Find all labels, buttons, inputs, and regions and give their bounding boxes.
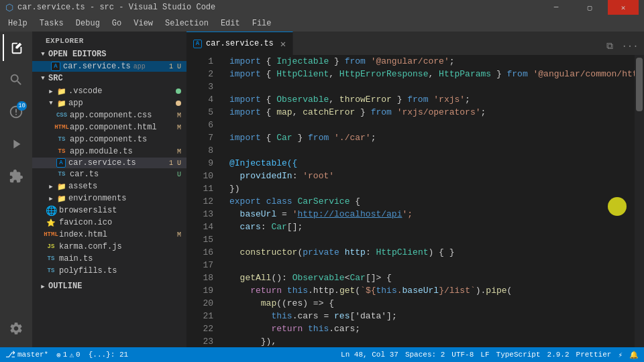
- module-badge: M: [177, 148, 181, 156]
- status-bar: ⎇ master* ⊗ 1 ⚠ 0 {...}: 21 Ln 48, Col 3…: [0, 347, 644, 362]
- line-num-19: 19: [186, 284, 213, 297]
- car-ts[interactable]: TS car.ts U: [32, 168, 186, 180]
- tab-bar: A car.service.ts ✕ ⧉ ···: [186, 32, 644, 55]
- line-num-8: 8: [186, 144, 213, 157]
- line-num-3: 3: [186, 80, 213, 93]
- activity-explorer[interactable]: [3, 34, 30, 61]
- activity-extensions[interactable]: [3, 163, 30, 190]
- language-status[interactable]: TypeScript: [496, 351, 541, 359]
- assets-icon: 📁: [56, 181, 67, 192]
- menu-debug[interactable]: Debug: [70, 17, 105, 29]
- vertical-scrollbar[interactable]: [635, 55, 644, 347]
- line-num-9: 9: [186, 157, 213, 170]
- menu-view[interactable]: View: [128, 17, 158, 29]
- car-ts-badge: U: [177, 171, 181, 178]
- code-line-2: import { HttpClient, HttpErrorResponse, …: [229, 68, 644, 80]
- open-editor-filename: car.service.ts: [63, 62, 131, 71]
- encoding-status[interactable]: UTF-8: [451, 351, 474, 359]
- git-branch-status[interactable]: ⎇ master*: [5, 349, 48, 360]
- ts-version-status[interactable]: 2.9.2: [547, 351, 570, 359]
- error-count: 1: [63, 351, 68, 359]
- code-line-6: [229, 119, 644, 131]
- css-badge: M: [177, 112, 181, 119]
- outline-label: OUTLINE: [48, 282, 82, 291]
- app-component-ts[interactable]: TS app.component.ts: [32, 133, 186, 145]
- activity-search[interactable]: [3, 66, 30, 93]
- karma-file[interactable]: JS karma.conf.js: [32, 241, 186, 253]
- vscode-dot: [176, 88, 181, 94]
- open-editor-car-service[interactable]: A car.service.ts app 1 U: [32, 61, 186, 72]
- favicon-file[interactable]: ⭐ favicon.ico: [32, 217, 186, 229]
- menu-help[interactable]: Help: [3, 17, 33, 29]
- app-label: app: [68, 99, 83, 108]
- car-service-file[interactable]: A car.service.ts 1 U: [32, 158, 186, 168]
- sidebar: EXPLORER ▼ OPEN EDITORS A car.service.ts…: [32, 32, 186, 347]
- css-icon: CSS: [56, 110, 67, 121]
- formatter-status[interactable]: Prettier: [576, 351, 612, 359]
- index-html[interactable]: HTML index.html M: [32, 229, 186, 241]
- open-editors-section[interactable]: ▼ OPEN EDITORS: [32, 48, 186, 61]
- main-layout: 10 EXPLORER ▼ OPEN EDITORS A car.service…: [0, 32, 644, 347]
- index-icon: HTML: [46, 229, 56, 240]
- assets-chevron: ▶: [46, 181, 56, 192]
- vscode-chevron: ▶: [46, 86, 56, 97]
- line-num-16: 16: [186, 246, 213, 259]
- errors-status[interactable]: ⊗ 1 ⚠ 0: [56, 351, 80, 359]
- polyfills-ts[interactable]: TS polyfills.ts: [32, 265, 186, 277]
- code-line-16: constructor(private http: HttpClient) { …: [229, 246, 644, 259]
- status-right: Ln 48, Col 37 Spaces: 2 UTF-8 LF TypeScr…: [341, 351, 639, 359]
- split-editor-button[interactable]: ⧉: [601, 38, 619, 55]
- line-ending-status[interactable]: LF: [480, 351, 489, 359]
- activity-source-control[interactable]: 10: [3, 99, 30, 125]
- css-filename: app.component.css: [70, 111, 152, 120]
- app-component-html[interactable]: HTML app.component.html M: [32, 121, 186, 133]
- branch-name: master*: [17, 351, 48, 359]
- index-label: index.html: [59, 230, 107, 239]
- editor-tab-car-service[interactable]: A car.service.ts ✕: [186, 32, 293, 55]
- line-num-4: 4: [186, 93, 213, 106]
- menu-tasks[interactable]: Tasks: [34, 17, 69, 29]
- line-num-20: 20: [186, 297, 213, 310]
- menu-file[interactable]: File: [247, 17, 277, 29]
- menu-go[interactable]: Go: [107, 17, 127, 29]
- close-button[interactable]: ✕: [608, 0, 639, 15]
- code-line-15: [229, 233, 644, 246]
- outline-section[interactable]: ▶ OUTLINE: [32, 280, 186, 293]
- app-module-ts[interactable]: TS app.module.ts M: [32, 145, 186, 158]
- app-folder[interactable]: ▼ 📁 app: [32, 97, 186, 109]
- line-num-13: 13: [186, 208, 213, 221]
- main-ts[interactable]: TS main.ts: [32, 253, 186, 265]
- menu-edit[interactable]: Edit: [215, 17, 246, 29]
- glyph-status[interactable]: {...}: 21: [89, 351, 128, 359]
- vscode-folder[interactable]: ▶ 📁 .vscode: [32, 85, 186, 97]
- menu-selection[interactable]: Selection: [160, 17, 214, 29]
- lightning-status[interactable]: ⚡: [618, 351, 623, 359]
- src-section[interactable]: ▼ SRC: [32, 72, 186, 85]
- tab-icon: A: [193, 40, 202, 48]
- cursor-position-status[interactable]: Ln 48, Col 37: [341, 351, 398, 359]
- code-line-20: map((res) => {: [229, 297, 644, 310]
- browserslist-file[interactable]: 🌐 browserslist: [32, 204, 186, 217]
- more-actions-button[interactable]: ···: [621, 38, 639, 55]
- assets-folder[interactable]: ▶ 📁 assets: [32, 180, 186, 192]
- karma-label: karma.conf.js: [59, 242, 122, 251]
- app-folder-icon: 📁: [56, 98, 67, 109]
- activity-settings[interactable]: [3, 315, 30, 342]
- open-editors-chevron: ▼: [38, 49, 48, 60]
- assets-label: assets: [68, 182, 97, 191]
- scrollbar-thumb[interactable]: [636, 58, 643, 111]
- editor-area: A car.service.ts ✕ ⧉ ··· 1 2 3 4 5 6 7: [186, 32, 644, 347]
- minimize-button[interactable]: ─: [541, 0, 572, 15]
- maximize-button[interactable]: ▢: [574, 0, 605, 15]
- tab-close-button[interactable]: ✕: [280, 38, 286, 50]
- bell-status[interactable]: 🔔: [629, 351, 639, 359]
- app-component-css[interactable]: CSS app.component.css M: [32, 109, 186, 121]
- warning-count: 0: [76, 351, 80, 359]
- bell-icon: 🔔: [629, 351, 639, 359]
- ts3-filename: app.module.ts: [70, 147, 133, 156]
- cursor-pos-text: Ln 48, Col 37: [341, 351, 398, 359]
- code-area[interactable]: import { Injectable } from '@angular/cor…: [219, 55, 644, 347]
- environments-folder[interactable]: ▶ 📁 environments: [32, 192, 186, 204]
- indentation-status[interactable]: Spaces: 2: [405, 351, 445, 359]
- activity-run[interactable]: [3, 131, 30, 158]
